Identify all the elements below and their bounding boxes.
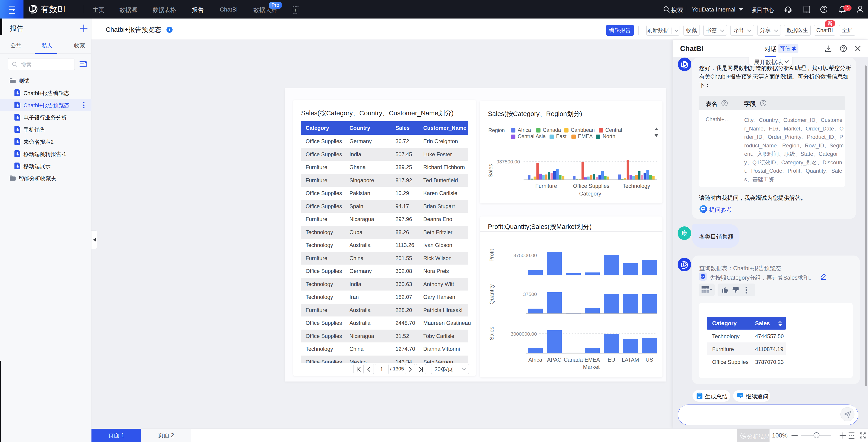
- svg-text:LATAM: LATAM: [622, 357, 639, 363]
- svg-text:US: US: [646, 357, 653, 363]
- svg-text:Profit: Profit: [489, 249, 495, 262]
- svg-text:375000.00: 375000.00: [514, 253, 537, 258]
- svg-text:APAC: APAC: [547, 357, 561, 363]
- svg-text:EU: EU: [608, 357, 615, 363]
- svg-text:37500: 37500: [523, 291, 537, 297]
- svg-text:3000000.00: 3000000.00: [511, 331, 537, 337]
- svg-text:Canada: Canada: [543, 127, 561, 133]
- svg-text:EMEA: EMEA: [585, 357, 600, 363]
- svg-text:Central: Central: [605, 127, 622, 133]
- svg-text:Caribbean: Caribbean: [571, 127, 595, 133]
- svg-text:Furniture: Furniture: [535, 183, 557, 189]
- svg-text:EMEA: EMEA: [578, 133, 593, 139]
- svg-text:Category: Category: [579, 191, 601, 197]
- svg-text:East: East: [556, 133, 567, 139]
- svg-text:Quantity: Quantity: [489, 284, 495, 304]
- svg-text:Central Asia: Central Asia: [518, 133, 546, 139]
- svg-text:Canada: Canada: [564, 357, 583, 363]
- svg-text:Office Supplies: Office Supplies: [573, 183, 609, 189]
- svg-text:Region: Region: [488, 127, 505, 133]
- svg-text:Africa: Africa: [528, 357, 542, 363]
- svg-text:937500.00: 937500.00: [496, 159, 520, 164]
- svg-text:Market: Market: [583, 364, 600, 370]
- svg-text:Africa: Africa: [518, 127, 531, 133]
- svg-text:North: North: [602, 133, 615, 139]
- svg-text:Technology: Technology: [623, 183, 650, 189]
- svg-text:Sales: Sales: [488, 164, 494, 178]
- svg-text:Sales: Sales: [489, 327, 495, 340]
